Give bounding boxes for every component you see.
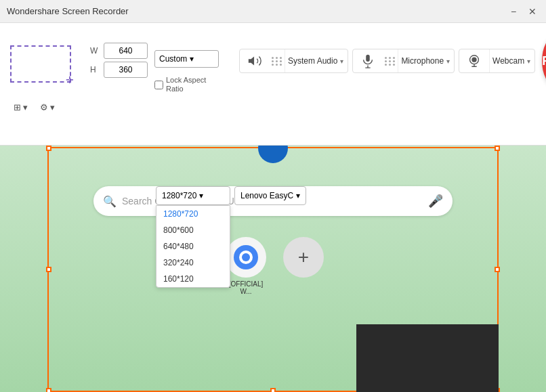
canvas-section: ✛ W H: [10, 40, 148, 83]
handle-bl[interactable]: [46, 388, 51, 392]
resolution-option-4[interactable]: 160*120: [156, 271, 230, 287]
svg-marker-0: [249, 57, 254, 66]
rec-button[interactable]: REC: [542, 37, 546, 85]
size-inputs: W H: [90, 43, 148, 78]
minimize-button[interactable]: −: [507, 5, 520, 18]
main-controls-row: ✛ W H Custom ▾: [0, 23, 546, 96]
resolution-dropdown-area: 1280*720 ▾ 1280*720 800*600 640*480 320*…: [156, 186, 306, 205]
svg-point-10: [242, 253, 250, 261]
lock-aspect-group: Lock Aspect Ratio: [154, 76, 219, 93]
system-audio-dropdown[interactable]: System Audio ▾: [285, 49, 348, 72]
close-button[interactable]: ✕: [526, 5, 539, 18]
resolution-option-3[interactable]: 320*240: [156, 255, 230, 271]
system-audio-dots: [270, 57, 285, 66]
handle-tr[interactable]: [495, 146, 500, 151]
handle-ml[interactable]: [46, 267, 51, 272]
custom-label: Custom: [159, 54, 187, 64]
app-title: Wondershare Screen Recorder: [7, 6, 129, 16]
webcam-chevron: ▾: [527, 58, 530, 65]
microphone-dots: [383, 57, 398, 66]
webcam-device-chevron: ▾: [296, 191, 300, 200]
browser-content: 🔍 Search Google or type a URL 🎤 [OFFICIA…: [0, 146, 546, 392]
speaker-icon: [247, 53, 262, 68]
thumb-wrap-plus: +: [283, 237, 324, 295]
resolution-option-1[interactable]: 800*600: [156, 222, 230, 238]
settings-chevron: ▾: [50, 102, 55, 112]
width-input[interactable]: [104, 43, 148, 59]
webcam-device-label: Lenovo EasyC: [240, 191, 293, 200]
cursor-icon: ✛: [66, 74, 74, 85]
webcam-group: Webcam ▾: [459, 49, 535, 73]
screen-picker-chevron: ▾: [23, 102, 28, 112]
webcam-device-selector[interactable]: Lenovo EasyC ▾: [234, 186, 306, 205]
webcam-label: Webcam: [492, 56, 524, 66]
window-controls: − ✕: [507, 5, 539, 18]
resolution-current: 1280*720: [162, 191, 196, 200]
search-icon: 🔍: [103, 195, 117, 208]
settings-button[interactable]: ⚙ ▾: [37, 100, 58, 114]
custom-dropdown[interactable]: Custom ▾: [154, 50, 219, 68]
custom-chevron: ▾: [190, 54, 194, 64]
toolbar: Wondershare Screen Recorder − ✕ ✛ W: [0, 0, 546, 146]
lock-aspect-label: Lock Aspect Ratio: [166, 76, 219, 93]
screen-picker-icon: ⊞: [14, 102, 21, 112]
handle-bm[interactable]: [270, 388, 276, 392]
webcam-icon: [467, 53, 482, 68]
settings-icon: ⚙: [40, 102, 48, 112]
thumb-add[interactable]: +: [283, 237, 324, 278]
webcam-icon-area: [459, 53, 489, 68]
webcam-preview: [356, 324, 499, 392]
height-input[interactable]: [104, 62, 148, 78]
microphone-group: Microphone ▾: [352, 49, 455, 73]
chrome-logo: [234, 245, 258, 269]
svg-point-4: [471, 58, 476, 62]
microphone-icon-area: [353, 53, 383, 68]
resolution-option-0[interactable]: 1280*720: [156, 206, 230, 222]
resolution-select-btn[interactable]: 1280*720 ▾: [156, 186, 230, 205]
system-audio-group: System Audio ▾: [239, 49, 348, 73]
resolution-chevron: ▾: [199, 191, 203, 200]
height-row: H: [90, 62, 148, 78]
resolution-selector: 1280*720 ▾ 1280*720 800*600 640*480 320*…: [156, 186, 230, 205]
microphone-icon: [360, 53, 375, 68]
width-row: W: [90, 43, 148, 59]
webcam-dropdown[interactable]: Webcam ▾: [489, 49, 534, 72]
system-audio-label: System Audio: [288, 56, 337, 66]
thumbnails: [OFFICIAL] W... +: [222, 237, 324, 295]
thumb-0[interactable]: [226, 237, 266, 278]
resolution-dropdown: 1280*720 800*600 640*480 320*240 160*120: [156, 205, 230, 288]
av-controls: System Audio ▾: [239, 49, 535, 73]
microphone-dropdown[interactable]: Microphone ▾: [398, 49, 454, 72]
handle-tl[interactable]: [46, 146, 51, 151]
resolution-option-2[interactable]: 640*480: [156, 238, 230, 255]
system-audio-chevron: ▾: [340, 58, 343, 65]
svg-rect-1: [366, 55, 371, 62]
voice-search-icon: 🎤: [428, 194, 443, 209]
screen-picker-button[interactable]: ⊞ ▾: [10, 100, 31, 114]
bottom-bar: ⊞ ▾ ⚙ ▾: [0, 96, 546, 118]
height-label: H: [90, 65, 100, 74]
handle-mr[interactable]: [495, 267, 500, 272]
system-audio-icon-area: [240, 53, 270, 68]
title-bar: Wondershare Screen Recorder − ✕: [0, 0, 546, 23]
microphone-chevron: ▾: [446, 58, 450, 65]
screenshot-area: 🔍 Search Google or type a URL 🎤 [OFFICIA…: [0, 146, 546, 392]
lock-aspect-checkbox[interactable]: [154, 81, 163, 89]
canvas-preview: ✛: [10, 45, 71, 83]
microphone-label: Microphone: [401, 56, 444, 66]
width-label: W: [90, 46, 100, 56]
